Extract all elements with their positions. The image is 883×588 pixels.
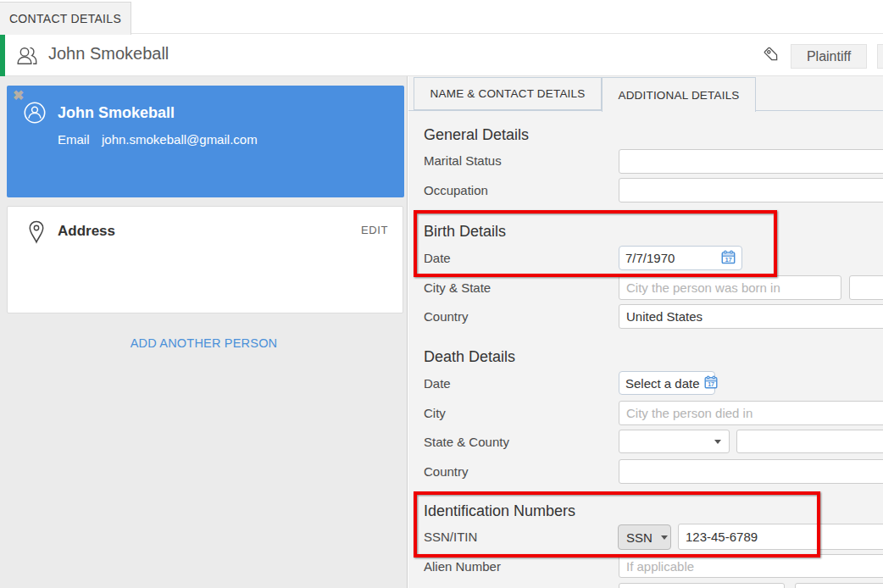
ssn-type-value: SSN <box>626 530 653 545</box>
occupation-input[interactable] <box>619 178 883 202</box>
birth-city-state-label: City & State <box>424 280 491 295</box>
people-icon <box>15 45 39 67</box>
death-date-picker[interactable]: Select a date 17 <box>619 371 715 395</box>
close-icon[interactable]: ✖ <box>13 89 24 103</box>
marital-status-input[interactable] <box>619 149 883 174</box>
address-card-title: Address <box>58 223 115 240</box>
tag-icon[interactable] <box>761 44 783 66</box>
ssn-type-select[interactable]: SSN <box>618 524 671 550</box>
avatar-icon <box>24 102 46 124</box>
details-tabstrip: NAME & CONTACT DETAILS ADDITIONAL DETAIL… <box>408 76 883 111</box>
death-city-input[interactable] <box>619 401 883 425</box>
contact-type-accent-bar <box>0 35 5 76</box>
alien-number-input[interactable] <box>619 554 883 578</box>
person-card-name: John Smokeball <box>58 104 175 122</box>
death-country-label: Country <box>424 464 469 479</box>
map-pin-icon <box>29 220 44 246</box>
role-button[interactable]: Plaintiff <box>791 44 867 69</box>
section-title-general-details: General Details <box>424 126 529 144</box>
occupation-label: Occupation <box>424 183 488 197</box>
partial-bottom-input-2[interactable] <box>795 583 883 588</box>
alien-number-label: Alien Number <box>424 559 501 574</box>
death-state-select[interactable] <box>619 430 730 453</box>
address-edit-link[interactable]: EDIT <box>361 224 388 236</box>
birth-date-picker[interactable]: 7/7/1970 17 <box>619 246 742 270</box>
details-panel: NAME & CONTACT DETAILS ADDITIONAL DETAIL… <box>408 76 883 588</box>
ssn-itin-label: SSN/ITIN <box>424 530 477 544</box>
birth-date-value: 7/7/1970 <box>625 251 675 265</box>
calendar-icon[interactable]: 17 <box>721 250 736 267</box>
chevron-down-icon <box>714 440 721 444</box>
person-card-email-value: john.smokeball@gmail.com <box>102 132 258 147</box>
partial-bottom-input-1[interactable] <box>619 583 785 588</box>
svg-text:17: 17 <box>725 255 731 263</box>
death-county-input[interactable] <box>736 430 883 453</box>
tab-name-contact-details-label: NAME & CONTACT DETAILS <box>430 87 586 100</box>
death-date-label: Date <box>424 376 451 391</box>
person-card[interactable]: ✖ John Smokeball Email john.smokeball@gm… <box>7 86 404 197</box>
tab-additional-details[interactable]: ADDITIONAL DETAILS <box>602 77 756 112</box>
add-another-person-link[interactable]: ADD ANOTHER PERSON <box>0 336 408 350</box>
person-card-email-label: Email <box>58 132 90 147</box>
address-card: Address EDIT <box>7 206 403 313</box>
calendar-icon[interactable]: 17 <box>704 375 718 391</box>
section-title-birth-details: Birth Details <box>424 223 506 241</box>
death-state-county-label: State & County <box>424 435 509 449</box>
birth-city-input[interactable] <box>619 275 841 300</box>
contact-header: John Smokeball Plaintiff <box>0 35 883 76</box>
contact-details-window: CONTACT DETAILS John Smokeball Pl <box>0 0 883 588</box>
birth-date-label: Date <box>424 251 451 265</box>
people-list-panel: ✖ John Smokeball Email john.smokeball@gm… <box>0 76 408 588</box>
birth-country-input[interactable] <box>619 304 883 329</box>
window-tab-strip: CONTACT DETAILS <box>0 0 883 34</box>
birth-country-label: Country <box>424 309 469 324</box>
tab-contact-details[interactable]: CONTACT DETAILS <box>0 2 131 35</box>
death-country-input[interactable] <box>619 459 883 484</box>
marital-status-label: Marital Status <box>424 153 502 168</box>
death-date-placeholder: Select a date <box>625 376 700 391</box>
tab-name-contact-details[interactable]: NAME & CONTACT DETAILS <box>414 77 602 110</box>
death-city-label: City <box>424 406 446 420</box>
svg-text:17: 17 <box>708 380 714 386</box>
chevron-down-icon <box>661 535 668 540</box>
ssn-input[interactable] <box>678 524 883 550</box>
section-title-identification-numbers: Identification Numbers <box>424 502 575 520</box>
tab-additional-details-label: ADDITIONAL DETAILS <box>618 89 739 102</box>
contact-name-title: John Smokeball <box>48 44 169 64</box>
tab-contact-details-label: CONTACT DETAILS <box>9 12 121 25</box>
contact-body: ✖ John Smokeball Email john.smokeball@gm… <box>0 76 883 588</box>
birth-state-input[interactable] <box>849 275 883 300</box>
section-title-death-details: Death Details <box>424 348 515 366</box>
partial-header-button[interactable] <box>877 44 883 69</box>
